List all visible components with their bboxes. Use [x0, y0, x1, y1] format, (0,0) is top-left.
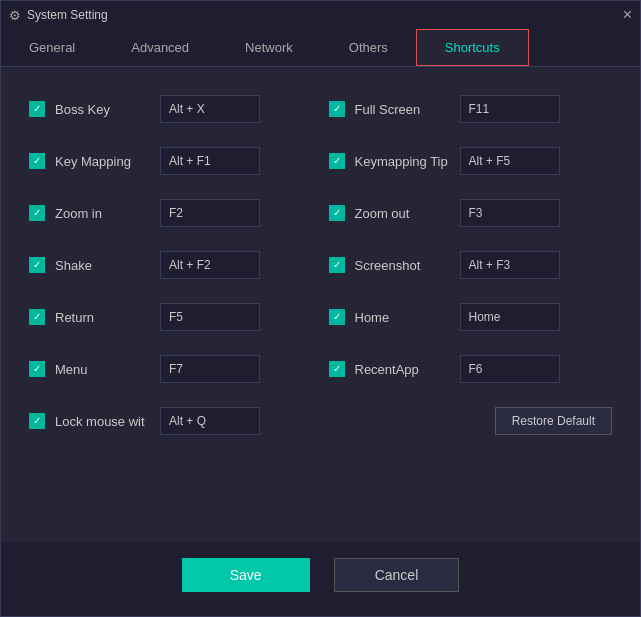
checkbox-home[interactable]: ✓: [329, 309, 345, 325]
label-zoom-in: Zoom in: [55, 206, 150, 221]
checkbox-menu[interactable]: ✓: [29, 361, 45, 377]
input-recent-app[interactable]: [460, 355, 560, 383]
shortcut-row-key-mapping: ✓ Key Mapping: [21, 135, 321, 187]
checkbox-zoom-out[interactable]: ✓: [329, 205, 345, 221]
shortcut-row-menu: ✓ Menu: [21, 343, 321, 395]
input-menu[interactable]: [160, 355, 260, 383]
checkbox-lock-mouse[interactable]: ✓: [29, 413, 45, 429]
input-full-screen[interactable]: [460, 95, 560, 123]
shortcut-row-keymapping-tip: ✓ Keymapping Tip: [321, 135, 621, 187]
label-screenshot: Screenshot: [355, 258, 450, 273]
label-full-screen: Full Screen: [355, 102, 450, 117]
label-lock-mouse: Lock mouse wit: [55, 414, 150, 429]
restore-row: Restore Default: [321, 395, 621, 447]
shortcut-row-screenshot: ✓ Screenshot: [321, 239, 621, 291]
close-button[interactable]: ×: [623, 7, 632, 23]
tab-network[interactable]: Network: [217, 29, 321, 66]
input-zoom-out[interactable]: [460, 199, 560, 227]
checkbox-shake[interactable]: ✓: [29, 257, 45, 273]
input-return[interactable]: [160, 303, 260, 331]
save-button[interactable]: Save: [182, 558, 310, 592]
footer: Save Cancel: [1, 542, 640, 616]
shortcut-row-home: ✓ Home: [321, 291, 621, 343]
checkbox-keymapping-tip[interactable]: ✓: [329, 153, 345, 169]
system-setting-window: ⚙ System Setting × General Advanced Netw…: [0, 0, 641, 617]
shortcut-row-zoom-in: ✓ Zoom in: [21, 187, 321, 239]
label-menu: Menu: [55, 362, 150, 377]
shortcut-row-shake: ✓ Shake: [21, 239, 321, 291]
label-shake: Shake: [55, 258, 150, 273]
tab-advanced[interactable]: Advanced: [103, 29, 217, 66]
shortcut-row-recent-app: ✓ RecentApp: [321, 343, 621, 395]
right-column: ✓ Full Screen ✓ Keymapping Tip ✓ Zoom ou…: [321, 83, 621, 447]
label-keymapping-tip: Keymapping Tip: [355, 154, 450, 169]
tab-others[interactable]: Others: [321, 29, 416, 66]
checkbox-return[interactable]: ✓: [29, 309, 45, 325]
checkbox-full-screen[interactable]: ✓: [329, 101, 345, 117]
tab-shortcuts[interactable]: Shortcuts: [416, 29, 529, 66]
input-lock-mouse[interactable]: [160, 407, 260, 435]
gear-icon: ⚙: [9, 8, 21, 23]
shortcut-row-boss-key: ✓ Boss Key: [21, 83, 321, 135]
shortcut-row-return: ✓ Return: [21, 291, 321, 343]
tabs-bar: General Advanced Network Others Shortcut…: [1, 29, 640, 67]
label-home: Home: [355, 310, 450, 325]
checkbox-key-mapping[interactable]: ✓: [29, 153, 45, 169]
title-bar-left: ⚙ System Setting: [9, 8, 108, 23]
label-boss-key: Boss Key: [55, 102, 150, 117]
title-bar: ⚙ System Setting ×: [1, 1, 640, 29]
input-key-mapping[interactable]: [160, 147, 260, 175]
input-home[interactable]: [460, 303, 560, 331]
label-key-mapping: Key Mapping: [55, 154, 150, 169]
left-column: ✓ Boss Key ✓ Key Mapping ✓ Zoom in: [21, 83, 321, 447]
input-boss-key[interactable]: [160, 95, 260, 123]
shortcut-row-zoom-out: ✓ Zoom out: [321, 187, 621, 239]
checkbox-boss-key[interactable]: ✓: [29, 101, 45, 117]
content-area: ✓ Boss Key ✓ Key Mapping ✓ Zoom in: [1, 67, 640, 542]
checkbox-recent-app[interactable]: ✓: [329, 361, 345, 377]
shortcut-row-lock-mouse: ✓ Lock mouse wit: [21, 395, 321, 447]
label-return: Return: [55, 310, 150, 325]
window-title: System Setting: [27, 8, 108, 22]
label-recent-app: RecentApp: [355, 362, 450, 377]
input-zoom-in[interactable]: [160, 199, 260, 227]
cancel-button[interactable]: Cancel: [334, 558, 460, 592]
restore-default-button[interactable]: Restore Default: [495, 407, 612, 435]
checkbox-zoom-in[interactable]: ✓: [29, 205, 45, 221]
input-screenshot[interactable]: [460, 251, 560, 279]
input-keymapping-tip[interactable]: [460, 147, 560, 175]
input-shake[interactable]: [160, 251, 260, 279]
label-zoom-out: Zoom out: [355, 206, 450, 221]
tab-general[interactable]: General: [1, 29, 103, 66]
shortcut-row-full-screen: ✓ Full Screen: [321, 83, 621, 135]
checkbox-screenshot[interactable]: ✓: [329, 257, 345, 273]
